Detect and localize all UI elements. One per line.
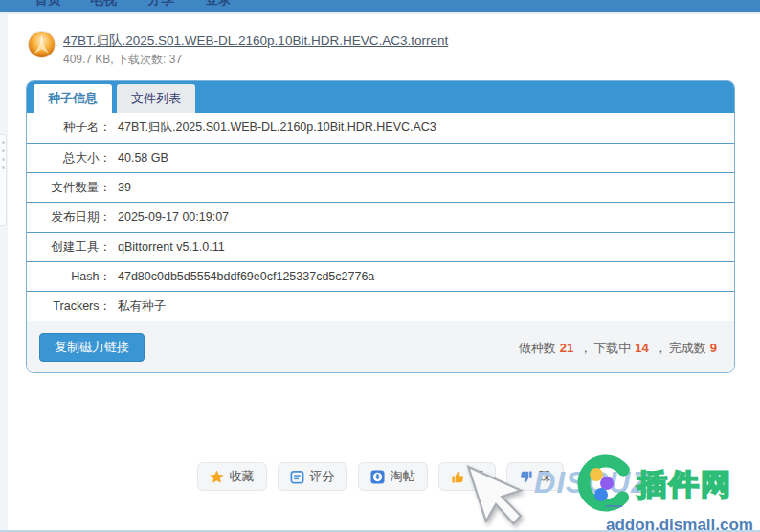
- tabbar: 种子信息 文件列表: [27, 81, 734, 113]
- row-value: 47d80c0db5d5554bddf69e0cf125337cd5c2776a: [118, 270, 374, 283]
- nav-item-1[interactable]: 首页: [34, 0, 61, 9]
- seeders-label: 做种数: [519, 340, 556, 357]
- torrent-info-panel: 种子信息 文件列表 种子名： 47BT.归队.2025.S01.WEB-DL.2…: [26, 80, 735, 373]
- downvote-label: 踩: [539, 468, 551, 485]
- collection-icon: [370, 470, 385, 484]
- table-row-hash: Hash： 47d80c0db5d5554bddf69e0cf125337cd5…: [27, 261, 734, 291]
- completed-label: 完成数: [669, 340, 706, 357]
- rate-label: 评分: [310, 468, 335, 485]
- row-label: 创建工具：: [27, 239, 111, 255]
- stat-separator: ，: [579, 340, 592, 357]
- row-value: 2025-09-17 00:19:07: [118, 211, 229, 224]
- row-label: 总大小：: [27, 150, 111, 166]
- favorite-button[interactable]: 收藏: [197, 462, 267, 491]
- thumb-up-icon: [451, 470, 465, 484]
- table-row-trackers: Trackers： 私有种子: [27, 291, 734, 321]
- top-navbar: 首页 电视 分享 登录: [0, 0, 760, 14]
- panel-footer: 复制磁力链接 做种数 21 ， 下载中 14 ， 完成数 9: [27, 321, 734, 373]
- table-row-creator-tool: 创建工具： qBittorrent v5.1.0.11: [27, 232, 734, 261]
- collection-button[interactable]: 淘帖: [358, 462, 428, 491]
- nav-item-2[interactable]: 电视: [90, 0, 117, 9]
- torrent-icon: [29, 32, 55, 57]
- post-actions: 收藏 评分 淘帖 顶 踩: [0, 462, 760, 491]
- leechers-count: 14: [635, 341, 648, 355]
- nav-item-4[interactable]: 登录: [205, 0, 232, 9]
- side-panel-handle[interactable]: [0, 134, 7, 226]
- torrent-file-meta: 409.7 KB, 下载次数: 37: [63, 52, 182, 68]
- row-value: 私有种子: [118, 299, 166, 315]
- watermark-domain: —addon.dismall.com: [606, 497, 760, 532]
- copy-magnet-button[interactable]: 复制磁力链接: [39, 333, 145, 362]
- row-label: Hash：: [27, 269, 111, 285]
- rate-icon: [290, 470, 304, 484]
- row-value: 40.58 GB: [118, 151, 168, 165]
- torrent-file-link[interactable]: 47BT.归队.2025.S01.WEB-DL.2160p.10Bit.HDR.…: [63, 33, 448, 50]
- favorite-label: 收藏: [230, 468, 255, 485]
- table-row-file-count: 文件数量： 39: [27, 172, 734, 202]
- completed-count: 9: [710, 341, 717, 355]
- row-value: 39: [118, 181, 131, 194]
- row-label: 文件数量：: [27, 180, 111, 196]
- star-icon: [210, 470, 224, 484]
- swarm-stats: 做种数 21 ， 下载中 14 ， 完成数 9: [519, 321, 721, 373]
- stat-separator: ，: [655, 340, 667, 357]
- left-gutter: [0, 14, 8, 530]
- leechers-label: 下载中: [593, 340, 631, 357]
- collection-label: 淘帖: [391, 468, 415, 485]
- table-row-name: 种子名： 47BT.归队.2025.S01.WEB-DL.2160p.10Bit…: [27, 113, 734, 143]
- seeders-count: 21: [560, 341, 573, 355]
- row-label: 发布日期：: [27, 210, 111, 226]
- row-value: 47BT.归队.2025.S01.WEB-DL.2160p.10Bit.HDR.…: [118, 120, 436, 136]
- rate-button[interactable]: 评分: [278, 462, 347, 491]
- cursor-icon: [473, 455, 528, 532]
- nav-item-3[interactable]: 分享: [147, 0, 174, 9]
- row-value: qBittorrent v5.1.0.11: [118, 240, 225, 254]
- tab-file-list[interactable]: 文件列表: [117, 84, 195, 113]
- table-row-size: 总大小： 40.58 GB: [27, 143, 734, 172]
- row-label: Trackers：: [27, 299, 111, 315]
- row-label: 种子名：: [27, 120, 111, 136]
- table-row-publish-date: 发布日期： 2025-09-17 00:19:07: [27, 202, 734, 232]
- tab-torrent-info[interactable]: 种子信息: [34, 84, 112, 113]
